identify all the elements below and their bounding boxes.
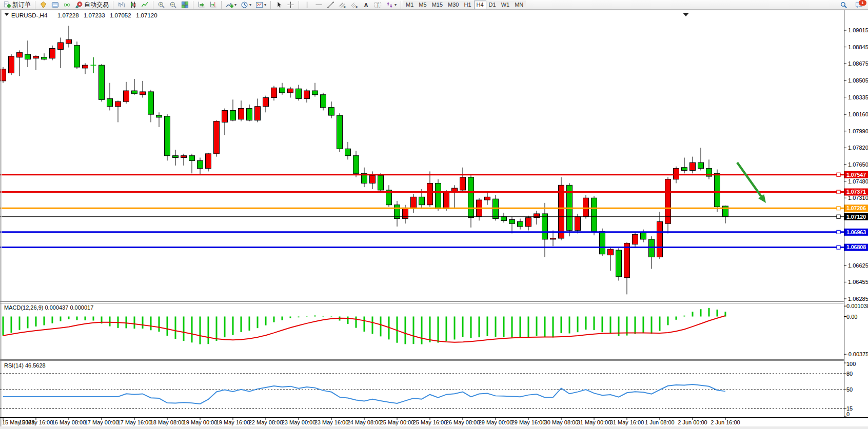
price-axis[interactable]: 1.075471.073711.072061.071201.069631.068… [844, 27, 868, 302]
toolbar-tile-windows-button[interactable] [180, 1, 190, 9]
toolbar-zoom-out-button[interactable] [168, 1, 179, 9]
time-axis-label: 1 Jun 08:00 [645, 419, 675, 425]
time-axis-label: 17 May 00:00 [85, 419, 119, 425]
time-axis-label: 31 May 16:00 [610, 419, 644, 425]
toolbar-crosshair-button[interactable] [285, 1, 296, 9]
toolbar-vertical-line-button[interactable] [302, 1, 312, 9]
timeframe-h1-button[interactable]: H1 [461, 1, 474, 9]
svg-text:E: E [344, 5, 346, 8]
time-axis-label: 2 Jun 16:00 [711, 419, 740, 425]
time-axis-label: 18 May 08:00 [150, 419, 185, 425]
search-button[interactable] [838, 1, 849, 9]
hline-anchor[interactable] [837, 207, 840, 210]
svg-text:F: F [356, 5, 358, 9]
timeframe-mn-button[interactable]: MN [512, 1, 526, 9]
rsi-tick-label: 100 [846, 361, 856, 367]
toolbar-signal-button[interactable] [62, 1, 72, 9]
ohlc-low: 1.07052 [110, 12, 131, 18]
pane-separator[interactable] [0, 302, 844, 303]
price-line-badge: 1.06963 [846, 229, 866, 235]
time-axis-label: 19 May 16:00 [216, 419, 250, 425]
hline-anchor[interactable] [837, 190, 840, 194]
time-axis-label: 23 May 16:00 [314, 419, 349, 425]
toolbar-periods-button[interactable]: ▾ [239, 1, 253, 9]
chart-canvas[interactable]: 1.075471.073711.072061.071201.069631.068… [0, 0, 868, 429]
ohlc-close: 1.07120 [136, 12, 157, 18]
toolbar-separator [113, 1, 113, 9]
time-axis-label: 23 May 00:00 [282, 419, 316, 425]
toolbar-fibonacci-button[interactable]: F [349, 1, 360, 9]
toolbar-channel-button[interactable]: E [337, 1, 348, 9]
toolbar: 新订单自动交易▾▾▾EFAT▾ M1M5M15M30H1H4D1W1MN 1 [0, 0, 868, 10]
svg-text:A: A [364, 2, 368, 8]
timeframe-w1-button[interactable]: W1 [499, 1, 512, 9]
pane-separator[interactable] [0, 360, 844, 361]
zoom-out-icon [169, 1, 177, 9]
toolbar-candle-chart-button[interactable] [128, 1, 139, 9]
price-tick-label: 1.07990 [848, 128, 868, 134]
toolbar-text-label-button[interactable]: T [372, 1, 383, 9]
chart-shift-marker[interactable] [683, 13, 689, 16]
time-axis-label: 2 Jun 00:00 [678, 419, 707, 425]
time-axis-label: 17 May 16:00 [117, 419, 152, 425]
price-tick-label: 1.06625 [848, 262, 868, 269]
time-axis-label: 19 May 00:00 [183, 419, 218, 425]
hline-anchor[interactable] [837, 246, 840, 249]
toolbar-zoom-in-button[interactable] [156, 1, 167, 9]
toolbar-separator [221, 1, 222, 9]
price-tick-label: 1.07480 [848, 178, 868, 185]
text-icon: A [362, 1, 370, 9]
toolbar-separator [270, 1, 271, 9]
chevron-down-icon: ▾ [394, 3, 397, 7]
toolbar-text-button[interactable]: A [361, 1, 371, 9]
hline-anchor[interactable] [837, 215, 840, 218]
rsi-pane: 1008050150 [0, 361, 856, 417]
price-tick-label: 1.07650 [848, 161, 868, 168]
toolbar-data-window-button[interactable] [50, 1, 61, 9]
annotations-layer[interactable] [737, 162, 766, 203]
toolbar-auto-scroll-button[interactable] [196, 1, 207, 9]
toolbar-trendline-button[interactable] [325, 1, 336, 9]
ohlc-open: 1.07228 [57, 12, 79, 18]
toolbar-chart-shift-button[interactable] [208, 1, 219, 9]
toolbar-market-watch-button[interactable] [38, 1, 49, 9]
hline-anchor[interactable] [837, 173, 840, 176]
horizontal-line-icon [315, 1, 323, 9]
data-window-icon [51, 1, 59, 9]
price-tick-label: 1.06285 [848, 296, 868, 302]
hline-anchor[interactable] [837, 230, 840, 234]
time-axis[interactable]: 15 May 202315 May 16:0016 May 08:0017 Ma… [2, 418, 740, 425]
rsi-tick-label: 0 [846, 411, 850, 417]
toolbar-autotrade-button[interactable]: 自动交易 [73, 1, 110, 9]
timeframe-m15-button[interactable]: M15 [429, 1, 445, 9]
chat-button[interactable]: 1 [854, 1, 864, 9]
timeframe-h4-button[interactable]: H4 [474, 1, 486, 9]
crosshair-icon [287, 1, 294, 9]
toolbar-line-chart-button[interactable] [140, 1, 150, 9]
timeframe-m5-button[interactable]: M5 [416, 1, 429, 9]
toolbar-indicators-button[interactable]: ▾ [224, 1, 238, 9]
text-label-icon: T [374, 1, 382, 9]
price-tick-label: 1.09015 [848, 27, 868, 33]
indicators-icon [226, 1, 233, 9]
chart-title-collapse-triangle[interactable] [5, 13, 9, 16]
macd-tick-label: 0.00 [846, 314, 857, 320]
timeframe-m30-button[interactable]: M30 [445, 1, 461, 9]
toolbar-arrows-button[interactable]: ▾ [384, 1, 398, 9]
timeframe-d1-button[interactable]: D1 [486, 1, 499, 9]
time-axis-label: 29 May 16:00 [511, 419, 546, 425]
price-tick-label: 1.06455 [848, 279, 868, 285]
price-line-badge: 1.07371 [846, 189, 866, 195]
toolbar-bar-chart-button[interactable] [116, 1, 127, 9]
toolbar-templates-button[interactable]: ▾ [254, 1, 268, 9]
channel-icon: E [339, 1, 346, 9]
toolbar-new-order-button[interactable]: 新订单 [2, 1, 32, 9]
candle-chart-icon [129, 1, 137, 9]
rsi-label: RSI(14) 46.5628 [4, 362, 46, 369]
toolbar-cursor-button[interactable] [273, 1, 284, 9]
chart-shift-icon [209, 1, 217, 9]
timeframe-m1-button[interactable]: M1 [403, 1, 416, 9]
toolbar-horizontal-line-button[interactable] [313, 1, 324, 9]
time-axis-label: 22 May 08:00 [249, 419, 283, 425]
bar-chart-icon [117, 1, 125, 9]
